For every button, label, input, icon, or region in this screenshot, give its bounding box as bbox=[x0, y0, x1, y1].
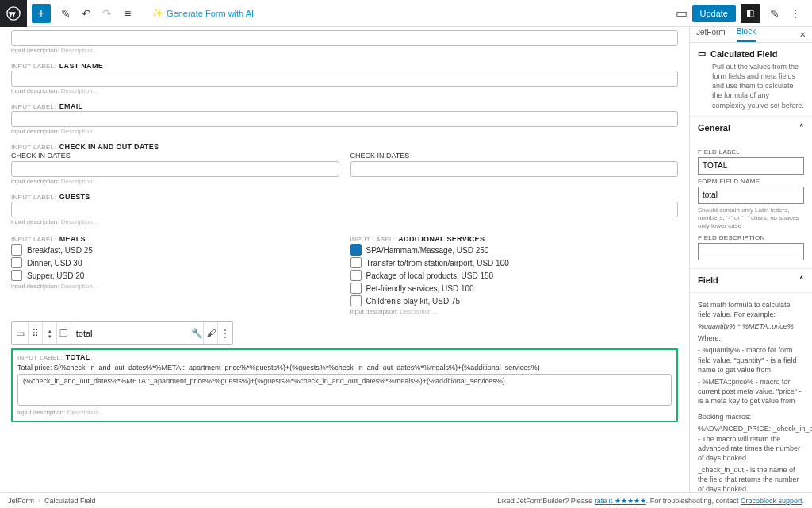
where2: - %META::price% - macro for current post… bbox=[698, 377, 804, 406]
undo-icon[interactable]: ↶ bbox=[76, 3, 97, 24]
email-input[interactable] bbox=[11, 111, 678, 127]
edit-mode-icon[interactable]: ✎ bbox=[56, 3, 76, 24]
block-name-input[interactable] bbox=[71, 322, 190, 344]
checkbox-icon[interactable] bbox=[350, 283, 362, 294]
field-block-lastname: INPUT LABEL:LAST NAME input description:… bbox=[11, 62, 678, 94]
booking2: _check_in_out - is the name of the field… bbox=[698, 465, 804, 492]
formula-textarea[interactable]: (%check_in_and_out_dates%*%META::_apartm… bbox=[17, 374, 672, 406]
checkbox-icon[interactable] bbox=[11, 244, 22, 256]
desc-placeholder[interactable]: Description... bbox=[61, 283, 98, 290]
guests-label[interactable]: GUESTS bbox=[59, 193, 90, 201]
checkbox-icon[interactable] bbox=[11, 270, 22, 281]
rate-link[interactable]: rate it ★★★★★ bbox=[595, 497, 646, 505]
footer-msg2: . For troubleshooting, contact bbox=[646, 497, 741, 505]
checkbox-icon[interactable] bbox=[350, 270, 362, 281]
breadcrumb-current[interactable]: Calculated Field bbox=[44, 497, 96, 505]
block-info: ▭Calculated Field Pull out the values fr… bbox=[690, 43, 812, 117]
add-block-button[interactable]: + bbox=[32, 4, 51, 23]
checkbox-icon[interactable] bbox=[350, 257, 362, 268]
editor-footer: JetForm › Calculated Field Liked JetForm… bbox=[0, 492, 812, 508]
checkbox-icon[interactable] bbox=[11, 257, 22, 268]
tab-block[interactable]: Block bbox=[737, 27, 756, 42]
checkout-input[interactable] bbox=[350, 161, 679, 177]
close-sidebar-icon[interactable]: ✕ bbox=[799, 30, 806, 39]
more-options-icon[interactable]: ⋮ bbox=[785, 3, 806, 24]
field-block-email: INPUT LABEL:EMAIL input description: Des… bbox=[11, 102, 678, 135]
field-description-input[interactable] bbox=[698, 243, 804, 260]
field-label-lbl: FIELD LABEL bbox=[698, 148, 804, 156]
where1: - %quantity% - macro for form field valu… bbox=[698, 345, 804, 374]
total-label[interactable]: TOTAL bbox=[66, 353, 90, 361]
where-label: Where: bbox=[698, 333, 804, 343]
tab-jetform[interactable]: JetForm bbox=[696, 28, 726, 41]
desc-prefix: input description: bbox=[11, 178, 59, 185]
desc-placeholder[interactable]: Description... bbox=[61, 178, 98, 185]
services-label[interactable]: ADDITIONAL SERVICES bbox=[398, 235, 485, 243]
desc-placeholder[interactable]: Description... bbox=[67, 409, 105, 416]
desc-placeholder[interactable]: Description... bbox=[61, 87, 98, 94]
desc-placeholder[interactable]: Description... bbox=[61, 47, 98, 54]
meal-option[interactable]: Supper, USD 20 bbox=[11, 270, 339, 281]
dates-label[interactable]: CHECK IN AND OUT DATES bbox=[59, 143, 159, 151]
lastname-label[interactable]: LAST NAME bbox=[59, 62, 103, 70]
brush-icon[interactable]: 🖌 bbox=[204, 322, 218, 344]
service-option[interactable]: Package of local products, USD 150 bbox=[350, 270, 679, 281]
panel-field[interactable]: Field ˄ bbox=[690, 269, 812, 293]
block-type-icon[interactable]: ▭ bbox=[12, 322, 29, 344]
checkbox-icon[interactable] bbox=[350, 295, 362, 306]
checkout-col-label: CHECK IN DATES bbox=[350, 152, 679, 160]
drag-handle-icon[interactable]: ⠿ bbox=[29, 322, 43, 344]
copy-icon[interactable]: ❐ bbox=[57, 322, 71, 344]
jet-icon[interactable]: ✎ bbox=[764, 3, 785, 24]
move-arrows[interactable]: ▴▾ bbox=[43, 322, 57, 344]
more-icon[interactable]: ⋮ bbox=[218, 322, 232, 344]
guests-input[interactable] bbox=[11, 202, 678, 217]
desc-placeholder[interactable]: Description... bbox=[61, 218, 98, 225]
desc-placeholder[interactable]: Description... bbox=[400, 308, 437, 315]
checkin-input[interactable] bbox=[11, 161, 339, 177]
breadcrumb-root[interactable]: JetForm bbox=[8, 497, 34, 505]
meal-option[interactable]: Dinner, USD 30 bbox=[11, 257, 339, 268]
service-option[interactable]: Transfer to/from station/airport, USD 10… bbox=[350, 257, 679, 268]
form-field-name-lbl: FORM FIELD NAME bbox=[698, 178, 804, 185]
generate-form-ai-link[interactable]: ✨ Generate Form with AI bbox=[152, 8, 254, 18]
wrench-icon[interactable]: 🔧 bbox=[190, 322, 205, 344]
desc-prefix: input description: bbox=[17, 409, 65, 416]
form-field-name-input[interactable] bbox=[698, 187, 804, 204]
text-input[interactable] bbox=[11, 30, 678, 46]
field-block-meals: INPUT LABEL:MEALS Breakfast, USD 25 Dinn… bbox=[11, 235, 339, 315]
desc-prefix: input description: bbox=[11, 87, 59, 94]
desc-placeholder[interactable]: Description... bbox=[61, 128, 98, 135]
panel-general[interactable]: General ˄ bbox=[690, 117, 812, 140]
service-option[interactable]: SPA/Hammam/Massage, USD 250 bbox=[350, 244, 679, 256]
field-label-input[interactable] bbox=[698, 157, 804, 175]
meal-option-label: Dinner, USD 30 bbox=[27, 259, 82, 267]
service-option[interactable]: Pet-friendly services, USD 100 bbox=[350, 283, 679, 294]
label-prefix: INPUT LABEL: bbox=[11, 63, 56, 70]
top-toolbar: + ✎ ↶ ↷ ≡ ✨ Generate Form with AI ▭ Upda… bbox=[0, 0, 812, 27]
footer-msg1: Liked JetFormBuilder? Please bbox=[497, 497, 595, 505]
desc-prefix: input description: bbox=[11, 283, 59, 290]
field-block: input description: Description... bbox=[11, 30, 678, 54]
meals-label[interactable]: MEALS bbox=[59, 235, 86, 243]
lastname-input[interactable] bbox=[11, 71, 678, 87]
checkbox-checked-icon[interactable] bbox=[350, 244, 362, 256]
selected-block-total[interactable]: INPUT LABEL:TOTAL Total price: $(%check_… bbox=[11, 348, 678, 422]
settings-panel-toggle[interactable]: ◧ bbox=[741, 4, 760, 23]
redo-icon[interactable]: ↷ bbox=[97, 3, 117, 24]
email-label[interactable]: EMAIL bbox=[59, 102, 83, 110]
name-hint: Should contain only Latin letters, numbe… bbox=[698, 206, 804, 231]
field-block-services: INPUT LABEL:ADDITIONAL SERVICES SPA/Hamm… bbox=[350, 235, 679, 315]
label-prefix: INPUT LABEL: bbox=[11, 194, 56, 201]
block-title: Calculated Field bbox=[710, 49, 777, 59]
calculated-field-icon: ▭ bbox=[698, 48, 706, 59]
block-toolbar: ▭ ⠿ ▴▾ ❐ 🔧 🖌 ⋮ bbox=[11, 321, 233, 345]
field-example: %quantity% * %META::price% bbox=[698, 321, 804, 331]
wordpress-logo-icon[interactable] bbox=[0, 0, 27, 27]
meal-option[interactable]: Breakfast, USD 25 bbox=[11, 244, 339, 256]
service-option[interactable]: Children's play kit, USD 75 bbox=[350, 295, 679, 306]
preview-icon[interactable]: ▭ bbox=[672, 3, 692, 24]
update-button[interactable]: Update bbox=[692, 5, 736, 22]
list-view-icon[interactable]: ≡ bbox=[117, 3, 138, 24]
support-link[interactable]: Crocoblock support bbox=[741, 497, 802, 505]
